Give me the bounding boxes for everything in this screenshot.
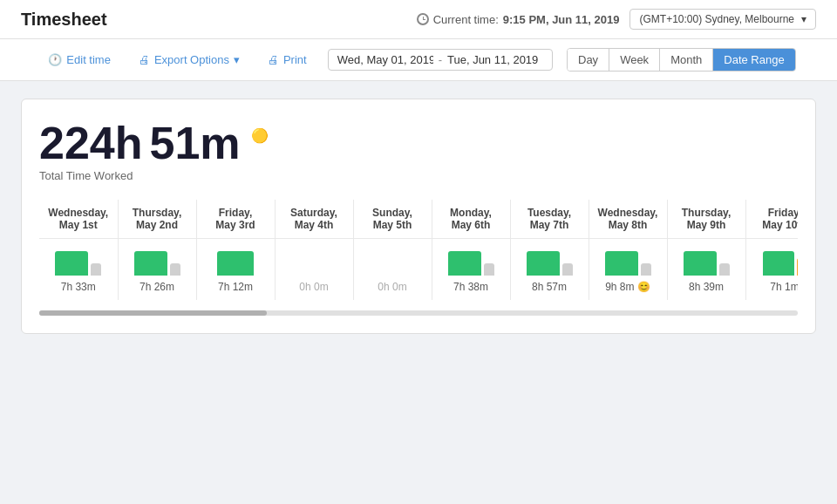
calendar-table: Wednesday,May 1stThursday,May 2ndFriday,…	[39, 200, 798, 300]
work-bar	[605, 251, 638, 276]
edit-time-button[interactable]: 🕐 Edit time	[41, 50, 118, 70]
total-label: Total Time Worked	[39, 169, 798, 182]
calendar-header-day-0: Wednesday,May 1st	[39, 200, 118, 239]
calendar-day-cell-8[interactable]: 8h 39m	[667, 239, 745, 301]
top-bar: Timesheet Current time: 9:15 PM, Jun 11,…	[0, 0, 837, 39]
total-minutes-value: 51m	[150, 120, 241, 166]
current-time-label: Current time: 9:15 PM, Jun 11, 2019	[417, 13, 620, 26]
calendar-header-day-6: Tuesday,May 7th	[510, 200, 589, 239]
calendar-header-day-4: Sunday,May 5th	[353, 200, 432, 239]
printer-icon: 🖨	[268, 53, 279, 66]
date-range-inputs[interactable]: -	[328, 49, 553, 71]
day-total: 8h 39m	[677, 281, 737, 293]
print-button[interactable]: 🖨 Print	[261, 50, 314, 70]
extra-bar	[91, 263, 101, 276]
calendar-day-cell-1[interactable]: 7h 26m	[118, 239, 196, 301]
current-time-area: Current time: 9:15 PM, Jun 11, 2019 (GMT…	[417, 9, 816, 30]
timezone-selector[interactable]: (GMT+10:00) Sydney, Melbourne ▾	[629, 9, 816, 30]
export-icon: 🖨	[139, 53, 150, 66]
print-label: Print	[283, 53, 307, 66]
total-hours-value: 224h	[39, 120, 143, 166]
day-total: 7h 1m	[755, 281, 799, 293]
view-date-range-button[interactable]: Date Range	[713, 49, 794, 71]
current-time-value: 9:15 PM, Jun 11, 2019	[503, 13, 620, 26]
work-bar	[55, 251, 88, 276]
export-options-button[interactable]: 🖨 Export Options ▾	[132, 50, 247, 70]
calendar-day-cell-9[interactable]: 7h 1m	[745, 239, 798, 301]
edit-time-label: Edit time	[66, 53, 111, 66]
extra-bar	[641, 263, 651, 276]
calendar-day-cell-7[interactable]: 9h 8m 😊	[589, 239, 667, 301]
day-total: 8h 57m	[520, 281, 580, 293]
date-end-input[interactable]	[447, 53, 543, 66]
work-bar	[448, 251, 481, 276]
extra-bar	[719, 263, 730, 276]
work-bar	[684, 251, 717, 276]
warning-icon: 🟡	[251, 127, 269, 144]
day-total: 9h 8m 😊	[598, 281, 658, 293]
main-content: 224h 51m 🟡 Total Time Worked Wednesday,M…	[0, 81, 837, 351]
calendar-header-day-5: Monday,May 6th	[432, 200, 510, 239]
app-title: Timesheet	[21, 10, 107, 30]
current-time-prefix: Current time:	[433, 13, 499, 26]
calendar-day-cell-5[interactable]: 7h 38m	[432, 239, 510, 301]
calendar-day-cell-0[interactable]: 7h 33m	[39, 239, 118, 301]
calendar-header-day-7: Wednesday,May 8th	[589, 200, 667, 239]
calendar-header-day-8: Thursday,May 9th	[667, 200, 745, 239]
summary-card: 224h 51m 🟡 Total Time Worked Wednesday,M…	[21, 99, 816, 334]
extra-bar	[562, 263, 573, 276]
calendar-header-day-1: Thursday,May 2nd	[118, 200, 196, 239]
calendar-day-cell-3[interactable]: 0h 0m	[275, 239, 353, 301]
view-month-button[interactable]: Month	[660, 49, 713, 71]
work-bar	[134, 251, 167, 276]
overtime-bar	[797, 258, 799, 276]
work-bar	[527, 251, 560, 276]
export-options-label: Export Options	[154, 53, 229, 66]
toolbar: 🕐 Edit time 🖨 Export Options ▾ 🖨 Print -…	[0, 39, 837, 81]
timezone-label: (GMT+10:00) Sydney, Melbourne	[639, 13, 794, 25]
calendar-day-cell-4[interactable]: 0h 0m	[353, 239, 432, 301]
chevron-down-icon: ▾	[234, 53, 240, 66]
edit-time-icon: 🕐	[48, 53, 62, 66]
view-day-button[interactable]: Day	[568, 49, 609, 71]
chevron-down-icon: ▾	[801, 13, 806, 25]
view-week-button[interactable]: Week	[609, 49, 660, 71]
calendar-day-cell-2[interactable]: 7h 12m	[196, 239, 275, 301]
date-separator: -	[439, 53, 442, 66]
work-bar	[763, 251, 794, 276]
extra-bar	[170, 263, 180, 276]
date-start-input[interactable]	[337, 53, 433, 66]
extra-bar	[484, 263, 494, 276]
calendar-header-day-9: Friday,May 10th	[745, 200, 798, 239]
day-total: 7h 38m	[441, 281, 501, 293]
work-bar	[217, 251, 254, 276]
calendar-header-day-2: Friday,May 3rd	[196, 200, 275, 239]
total-hours-row: 224h 51m 🟡	[39, 120, 798, 166]
day-zero: 0h 0m	[284, 281, 344, 293]
day-total: 7h 33m	[48, 281, 109, 293]
calendar-grid: Wednesday,May 1stThursday,May 2ndFriday,…	[39, 200, 798, 300]
day-total: 7h 12m	[206, 281, 266, 293]
day-total: 7h 26m	[127, 281, 187, 293]
clock-icon	[417, 13, 429, 25]
calendar-header-day-3: Saturday,May 4th	[275, 200, 353, 239]
day-zero: 0h 0m	[363, 281, 423, 293]
view-toggle: Day Week Month Date Range	[567, 48, 796, 72]
calendar-day-cell-6[interactable]: 8h 57m	[510, 239, 589, 301]
